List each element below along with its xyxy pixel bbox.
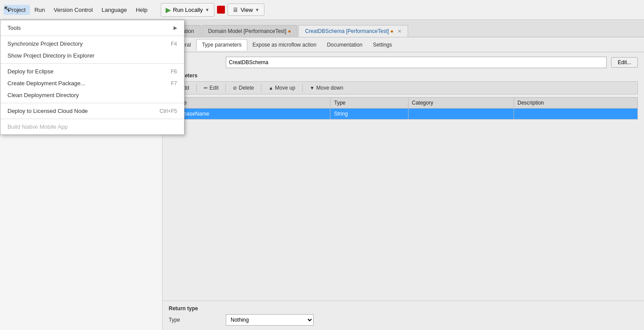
move-down-btn[interactable]: ▼ Move down [306, 83, 347, 92]
tab-creat-db-dot: ● [390, 28, 393, 34]
menu-language[interactable]: Language [97, 5, 131, 15]
project-dropdown-menu: Tools ▶ Synchronize Project Directory F4… [0, 20, 185, 135]
tab-creat-db-label: CreatDBSchema [PerformanceTest] [305, 28, 389, 34]
clean-deployment-item[interactable]: Clean Deployment Directory [0, 89, 184, 101]
monitor-icon: 🖥 [232, 6, 239, 13]
return-type-select[interactable]: Nothing Boolean Integer String DateTime … [226, 314, 314, 326]
move-down-icon: ▼ [310, 85, 315, 91]
show-project-item[interactable]: Show Project Directory in Explorer [0, 50, 184, 62]
edit-icon: ✏ [204, 85, 208, 91]
run-locally-label: Run Locally [173, 7, 203, 13]
tab-creat-db[interactable]: CreatDBSchema [PerformanceTest] ● ✕ [298, 25, 408, 37]
deploy-cloud-label: Deploy to Licensed Cloud Node [7, 108, 88, 114]
toolbar-sep-3 [261, 84, 261, 92]
edit-param-btn[interactable]: ✏ Edit [200, 83, 222, 92]
cell-type: String [330, 109, 408, 120]
name-row: Name Edit... [169, 57, 638, 68]
menu-run[interactable]: Run [30, 5, 49, 15]
move-up-label: Move up [275, 85, 295, 91]
sub-tab-settings[interactable]: Settings [368, 40, 397, 50]
sync-project-shortcut: F4 [171, 41, 177, 47]
params-toolbar: + Add ✏ Edit ⊘ Delete ▲ Move up [169, 81, 638, 94]
col-description: Description [514, 98, 638, 109]
build-native-label: Build Native Mobile App [7, 123, 68, 130]
tools-label: Tools [7, 25, 21, 31]
show-project-label: Show Project Directory in Explorer [7, 52, 94, 59]
edit-button[interactable]: Edit... [611, 57, 638, 68]
run-locally-icon: ▶ [166, 6, 171, 14]
sync-project-item[interactable]: Synchronize Project Directory F4 [0, 38, 184, 50]
move-up-icon: ▲ [268, 85, 273, 91]
return-type-section: Return type Type Nothing Boolean Integer… [163, 301, 644, 330]
sub-tab-type-params[interactable]: Type parameters [196, 39, 247, 51]
sync-project-label: Synchronize Project Directory [7, 40, 83, 47]
dropdown-divider-4 [0, 119, 184, 119]
toolbar-sep-1 [196, 84, 197, 92]
params-table: Name Type Category Description DatabaseN… [169, 97, 638, 120]
tab-bar: Navigation Domain Model [PerformanceTest… [163, 20, 644, 37]
col-name: Name [169, 98, 330, 109]
cell-category [408, 109, 514, 120]
view-button[interactable]: 🖥 View ▼ [228, 4, 264, 16]
deploy-eclipse-item[interactable]: Deploy for Eclipse F6 [0, 65, 184, 77]
tab-domain-model-dot: ● [288, 28, 291, 34]
sub-tab-settings-label: Settings [373, 42, 392, 48]
sub-tab-expose[interactable]: Expose as microflow action [247, 40, 322, 50]
sub-tab-documentation[interactable]: Documentation [322, 40, 368, 50]
form-content: Name Edit... Parameters + Add ✏ Edit [163, 52, 644, 301]
tools-menu-item[interactable]: Tools ▶ [0, 22, 184, 34]
tools-submenu-arrow: ▶ [174, 25, 177, 31]
table-row[interactable]: DatabaseName String [169, 109, 638, 120]
dropdown-divider-2 [0, 63, 184, 64]
build-native-item: Build Native Mobile App [0, 121, 184, 133]
view-dropdown-arrow: ▼ [255, 7, 260, 12]
view-label: View [241, 7, 253, 13]
create-package-shortcut: F7 [171, 80, 177, 87]
col-type: Type [330, 98, 408, 109]
menu-project[interactable]: Project [4, 5, 30, 15]
col-category: Category [408, 98, 514, 109]
parameters-label: Parameters [169, 73, 638, 79]
delete-label: Delete [239, 85, 254, 91]
run-locally-dropdown-arrow: ▼ [205, 7, 210, 12]
delete-icon: ⊘ [233, 85, 237, 91]
deploy-eclipse-shortcut: F6 [171, 69, 177, 75]
deploy-cloud-item[interactable]: Deploy to Licensed Cloud Node Ctrl+F5 [0, 105, 184, 117]
name-input[interactable] [226, 57, 607, 68]
move-up-btn[interactable]: ▲ Move up [265, 83, 299, 92]
clean-deployment-label: Clean Deployment Directory [7, 92, 79, 98]
cell-description [514, 109, 638, 120]
sub-tab-documentation-label: Documentation [327, 42, 362, 48]
sub-tab-type-params-label: Type parameters [202, 42, 242, 48]
dropdown-divider-3 [0, 103, 184, 103]
toolbar-sep-2 [225, 84, 226, 92]
sub-tab-expose-label: Expose as microflow action [253, 42, 316, 48]
tab-domain-model[interactable]: Domain Model [PerformanceTest] ● [202, 25, 298, 37]
tab-domain-model-label: Domain Model [PerformanceTest] [208, 28, 286, 34]
run-locally-button[interactable]: ▶ Run Locally ▼ [161, 3, 214, 17]
return-row: Type Nothing Boolean Integer String Date… [169, 314, 638, 326]
deploy-cloud-shortcut: Ctrl+F5 [159, 108, 177, 114]
stop-button[interactable] [217, 6, 225, 14]
return-type-label: Return type [169, 305, 638, 312]
menu-version-control[interactable]: Version Control [49, 5, 97, 15]
sub-tab-bar: General Type parameters Expose as microf… [163, 37, 644, 52]
edit-param-label: Edit [210, 85, 219, 91]
dropdown-divider-1 [0, 36, 184, 36]
menubar: Project Run Version Control Language Hel… [0, 0, 644, 20]
content-area: Navigation Domain Model [PerformanceTest… [163, 20, 644, 330]
tab-creat-db-close[interactable]: ✕ [398, 29, 402, 34]
create-package-label: Create Deployment Package... [7, 80, 85, 87]
create-package-item[interactable]: Create Deployment Package... F7 [0, 77, 184, 89]
move-down-label: Move down [316, 85, 343, 91]
delete-btn[interactable]: ⊘ Delete [229, 83, 257, 92]
menu-help[interactable]: Help [131, 5, 152, 15]
type-label: Type [169, 317, 221, 323]
deploy-eclipse-label: Deploy for Eclipse [7, 68, 54, 75]
toolbar-sep-4 [302, 84, 303, 92]
cell-name: DatabaseName [169, 109, 330, 120]
